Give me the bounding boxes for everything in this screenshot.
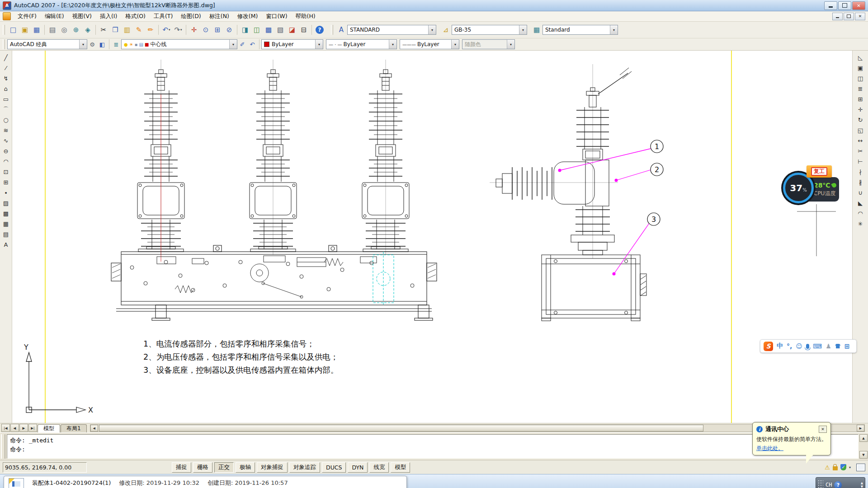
table-icon[interactable]: ▤ — [0, 229, 11, 239]
array-icon[interactable]: ⊞ — [855, 94, 866, 104]
trim-icon[interactable]: ✂ — [855, 146, 866, 156]
sheet-set-manager-icon[interactable]: ▧ — [274, 24, 286, 36]
layer-lock-icon[interactable]: ▪ — [135, 42, 138, 47]
fillet-icon[interactable]: ◠ — [855, 208, 866, 219]
make-layer-current-icon[interactable]: ✐ — [237, 39, 247, 49]
text-style-icon[interactable]: A — [335, 24, 347, 36]
markup-set-manager-icon[interactable]: ◪ — [286, 24, 298, 36]
chevron-down-icon[interactable]: ▾ — [79, 40, 87, 49]
draw-polygon-icon[interactable]: ⌂ — [0, 84, 11, 94]
layer-manager-icon[interactable]: ≣ — [111, 39, 121, 49]
layer-plot-icon[interactable]: ▤ — [139, 42, 143, 47]
dim-style-combo[interactable]: GB-35 ▾ — [452, 25, 527, 35]
mdi-restore-button[interactable] — [844, 13, 854, 20]
copy-icon[interactable]: ❒ — [109, 24, 121, 36]
stretch-icon[interactable]: ↔ — [855, 136, 866, 146]
ime-help-icon[interactable]: ? — [834, 481, 842, 488]
chevron-down-icon[interactable]: ▾ — [507, 40, 514, 49]
chamfer-icon[interactable]: ◣ — [855, 198, 866, 208]
scroll-right-icon[interactable]: ▶ — [857, 425, 864, 432]
model-space-toggle[interactable]: 模型 — [391, 462, 410, 473]
ducs-toggle[interactable]: DUCS — [322, 462, 346, 473]
redo-icon[interactable]: ↷▾ — [172, 24, 184, 36]
make-block-icon[interactable]: ⊞ — [0, 177, 11, 188]
workspace-combo[interactable]: AutoCAD 经典 ▾ — [7, 39, 87, 49]
move-icon[interactable]: ✛ — [855, 104, 866, 115]
polar-toggle[interactable]: 极轴 — [236, 462, 255, 473]
sogou-logo-icon[interactable]: S — [764, 342, 773, 351]
communication-warning-icon[interactable]: ⚠ — [825, 464, 830, 471]
voice-input-icon[interactable] — [806, 344, 809, 349]
draw-construction-line-icon[interactable]: ⁄ — [0, 63, 11, 73]
new-icon[interactable]: □ — [7, 24, 19, 36]
scroll-down-icon[interactable]: ▼ — [859, 451, 868, 459]
chevron-down-icon[interactable]: ▾ — [389, 40, 396, 49]
tray-up-icon[interactable]: ▲ — [861, 482, 863, 484]
open-icon[interactable]: ▣ — [19, 24, 31, 36]
draw-rectangle-icon[interactable]: ▭ — [0, 94, 11, 104]
menu-item-format[interactable]: 格式(O) — [121, 12, 150, 21]
linetype-combo[interactable]: — · — ByLayer ▾ — [326, 39, 397, 49]
hatch-icon[interactable]: ▨ — [0, 198, 11, 208]
draw-polyline-icon[interactable]: ↯ — [0, 73, 11, 84]
trusted-dwg-shield-icon[interactable]: ✓ — [840, 464, 846, 470]
draw-revision-cloud-icon[interactable]: ≋ — [0, 125, 11, 136]
menu-item-insert[interactable]: 插入(I) — [96, 12, 121, 21]
mirror-icon[interactable]: ◫ — [855, 73, 866, 84]
block-editor-icon[interactable]: ✏ — [145, 24, 156, 36]
pan-icon[interactable]: ✛ — [188, 24, 200, 36]
tab-layout1[interactable]: 布局1 — [61, 424, 87, 432]
menu-item-modify[interactable]: 修改(M) — [233, 12, 262, 21]
close-button[interactable]: ✕ — [852, 1, 865, 10]
lineweight-combo[interactable]: ——— ByLayer ▾ — [400, 39, 459, 49]
mdi-minimize-button[interactable] — [832, 13, 843, 20]
dwf-icon[interactable]: ◈ — [82, 24, 94, 36]
otrack-toggle[interactable]: 对象追踪 — [289, 462, 320, 473]
menu-item-help[interactable]: 帮助(H) — [292, 12, 320, 21]
dyn-toggle[interactable]: DYN — [348, 462, 368, 473]
break-at-point-icon[interactable]: ∤ — [855, 167, 866, 177]
sogou-ime-bar[interactable]: S 中 °, ☺ ⌨ ♟ ⊞ — [760, 339, 857, 353]
command-window-grip[interactable] — [1, 434, 5, 459]
minimize-button[interactable] — [824, 1, 837, 10]
chevron-down-icon[interactable]: ▾ — [519, 25, 527, 34]
break-icon[interactable]: ∦ — [855, 177, 866, 188]
command-input[interactable]: 命令: _mtedit 命令: — [7, 434, 859, 459]
draw-ellipse-icon[interactable]: ⊖ — [0, 146, 11, 156]
grid-toggle[interactable]: 栅格 — [193, 462, 212, 473]
osnap-toggle[interactable]: 对象捕捉 — [257, 462, 288, 473]
plot-icon[interactable]: ▤ — [47, 24, 58, 36]
draw-ellipse-arc-icon[interactable]: ◠ — [0, 156, 11, 167]
chevron-down-icon[interactable]: ▾ — [428, 25, 436, 34]
punctuation-icon[interactable]: °, — [787, 343, 792, 350]
undo-icon[interactable]: ↶▾ — [160, 24, 172, 36]
save-workspace-icon[interactable]: ◧ — [97, 39, 107, 49]
lock-icon[interactable] — [833, 466, 838, 470]
workspace-settings-icon[interactable]: ⚙ — [87, 39, 97, 49]
layer-freeze-icon[interactable]: ☀ — [129, 42, 133, 47]
tab-last-button[interactable]: ▶| — [28, 424, 37, 432]
draw-spline-icon[interactable]: ∿ — [0, 136, 11, 146]
insert-block-icon[interactable]: ⊡ — [0, 167, 11, 177]
menu-item-window[interactable]: 窗口(W) — [262, 12, 291, 21]
help-button[interactable]: ? — [314, 24, 326, 36]
drawing-canvas[interactable]: 1 2 3 1、电流传感器部分，包括零序和相序采集信号； 2、为电压传感器，包括… — [12, 51, 852, 423]
scroll-left-icon[interactable]: ◀ — [90, 425, 98, 432]
layer-combo[interactable]: ● ☀ ▪ ▤ ■ 中心线 ▾ — [121, 39, 237, 49]
tool-palettes-icon[interactable]: ▩ — [263, 24, 274, 36]
soft-keyboard-icon[interactable]: ⌨ — [813, 343, 822, 350]
chevron-down-icon[interactable]: ▾ — [315, 40, 323, 49]
region-icon[interactable]: ▦ — [0, 219, 11, 229]
language-indicator[interactable]: CH — [826, 482, 832, 488]
horizontal-scrollbar[interactable]: ◀ ▶ — [90, 424, 865, 432]
draw-point-icon[interactable]: ∙ — [0, 188, 11, 198]
cut-icon[interactable]: ✂ — [98, 24, 109, 36]
zoom-realtime-icon[interactable]: ⊙ — [200, 24, 212, 36]
tab-next-button[interactable]: ▶ — [19, 424, 28, 432]
skin-icon[interactable] — [835, 344, 841, 348]
match-properties-icon[interactable]: ✎ — [133, 24, 145, 36]
layer-on-icon[interactable]: ● — [124, 42, 128, 47]
zoom-previous-icon[interactable]: ⊘ — [223, 24, 235, 36]
scrollbar-thumb[interactable] — [99, 425, 704, 432]
tab-prev-button[interactable]: ◀ — [10, 424, 19, 432]
